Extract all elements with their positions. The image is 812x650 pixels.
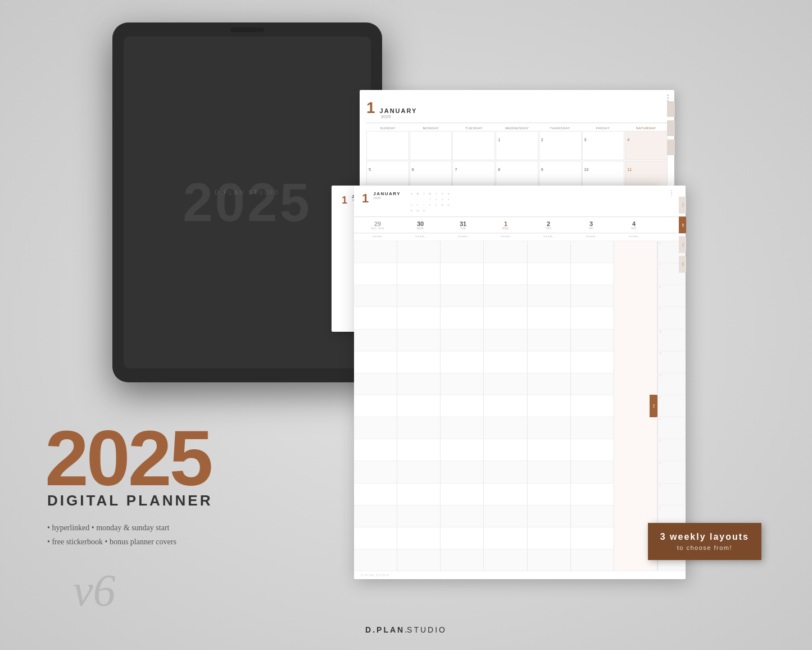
month-year: 2025: [381, 114, 418, 119]
day-header-30: 30 MON: [399, 220, 442, 231]
col-mon: [397, 241, 441, 571]
side-tab: [667, 120, 675, 136]
left-content-area: 2025 DIGITAL PLANNER hyperlinked • monda…: [45, 419, 292, 549]
weekly-footer: D.PLAN STUDIO: [354, 571, 686, 579]
weekly-dots-menu: [671, 190, 672, 196]
side-tab: [667, 139, 675, 155]
day-header-31: 31 TUE: [442, 220, 484, 231]
col-sat: W1: [614, 241, 657, 571]
col-wed: [484, 241, 527, 571]
weekly-main-page: 1 JANUARY 2025 S M T W T F S 1 2 3 4 5 6…: [354, 186, 686, 579]
month-tab-feb: FEB: [679, 236, 686, 253]
feature-2: free stickerbook • bonus planner covers: [47, 535, 292, 549]
day-1-icons: ✕: [484, 234, 527, 240]
day-header-1: 1 WED: [484, 220, 527, 231]
month-number: 1: [366, 99, 375, 117]
month-name: JANUARY: [380, 107, 418, 114]
col-fri: [571, 241, 614, 571]
day-sat: SATURDAY: [624, 127, 668, 130]
day-header-29: 29 DEC SUN: [356, 220, 399, 231]
day-tue: TUESDAY: [452, 127, 496, 130]
cta-badge: 3 weekly layouts to choose from!: [648, 523, 761, 560]
weekly-year: 2025: [373, 196, 401, 200]
wt-month-num: 1: [342, 195, 347, 206]
time-column: 6 7 8 9 10 11 12 1 2 3 4 5 6 7 8: [657, 241, 686, 571]
month-cell: [452, 131, 495, 160]
day-3-icons: ✕: [570, 234, 613, 240]
weekly-content-grid: W1 6 7 8 9 10 11 12 1 2 3 4 5 6 7 8: [354, 241, 686, 571]
day-wed: WEDNESDAY: [496, 127, 539, 130]
day-30-icons: ✕: [399, 234, 442, 240]
planner-title: DIGITAL PLANNER: [47, 492, 292, 509]
weekly-month-num: 1: [362, 191, 369, 206]
day-mon: MONDAY: [410, 127, 453, 130]
day-4-icons: ✕: [613, 234, 655, 240]
grid-lines: [528, 241, 570, 571]
brand-footer: D.PLAN . STUDIO: [365, 625, 447, 634]
feature-1: hyperlinked • monday & sunday start: [47, 521, 292, 535]
tablet-brand: D.PLAN STUDIO: [215, 189, 280, 196]
cta-line2: to choose from!: [660, 544, 749, 551]
month-header: 1 JANUARY 2025: [366, 99, 668, 119]
version-badge: v6: [73, 565, 116, 616]
month-tab-inactive: DEC: [679, 197, 686, 214]
year-display: 2025: [45, 419, 292, 498]
month-cell: [366, 131, 409, 160]
month-divider: [366, 123, 668, 123]
features-list: hyperlinked • monday & sunday start free…: [47, 521, 292, 549]
weekly-month-info: JANUARY 2025: [373, 191, 401, 200]
brand-name-bold: D.PLAN: [365, 625, 405, 634]
tablet-camera: [230, 28, 264, 32]
month-cell: 3: [582, 131, 625, 160]
month-tab-jan: JAN: [679, 216, 686, 233]
col-sun: [354, 241, 397, 571]
cta-line1: 3 weekly layouts: [660, 532, 749, 542]
month-tab-mar: MAR: [679, 256, 686, 273]
weekly-mini-cal: S M T W T F S 1 2 3 4 5 6 7 8 9 10 11 12…: [409, 191, 451, 213]
brand-name-light: STUDIO: [407, 625, 447, 634]
weekly-main-header: 1 JANUARY 2025 S M T W T F S 1 2 3 4 5 6…: [354, 186, 686, 217]
day-header-4: 4 SAT: [613, 220, 655, 231]
month-cell: 1: [496, 131, 538, 160]
side-tab: [667, 101, 675, 117]
footer-brand: D.PLAN STUDIO: [361, 574, 389, 577]
active-week-tab: W1: [650, 395, 657, 417]
day-sun: SUNDAY: [366, 127, 410, 130]
day-fri: FRIDAY: [582, 127, 625, 130]
col-tue: [441, 241, 484, 571]
day-thu: THURSDAY: [538, 127, 582, 130]
grid-lines: [354, 241, 397, 571]
month-days-header: SUNDAY MONDAY TUESDAY WEDNESDAY THURSDAY…: [366, 127, 668, 130]
month-cell: 4: [625, 131, 668, 160]
grid-lines: [397, 241, 440, 571]
day-31-icons: ✕: [442, 234, 484, 240]
day-header-2: 2 THU: [527, 220, 570, 231]
col-thu: [528, 241, 571, 571]
month-cell: 2: [539, 131, 582, 160]
day-headers-row: 29 DEC SUN 30 MON 31 TUE 1 WED 2 THU 3 F…: [354, 217, 686, 233]
day-icons-row: ✕ ✕ ✕ ✕ ✕: [354, 233, 686, 241]
month-cell: [410, 131, 452, 160]
weekly-month-name: JANUARY: [373, 191, 401, 196]
day-29-icons: ✕: [356, 234, 399, 240]
day-2-icons: ✕: [527, 234, 570, 240]
month-tabs: DEC JAN FEB MAR: [679, 197, 686, 273]
grid-lines: [484, 241, 527, 571]
side-tabs: [667, 101, 675, 155]
day-header-3: 3 FRI: [570, 220, 613, 231]
grid-lines: [441, 241, 483, 571]
grid-lines: [571, 241, 614, 571]
